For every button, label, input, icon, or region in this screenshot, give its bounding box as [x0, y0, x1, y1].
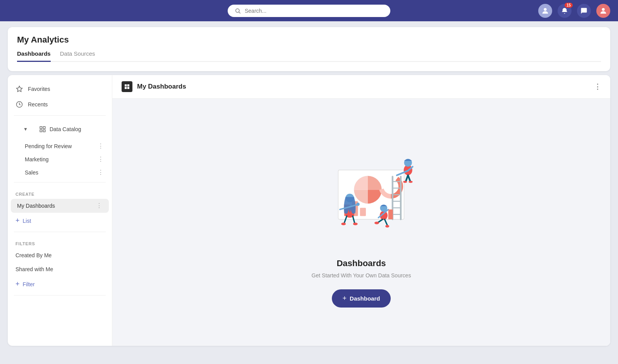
- filter-item-created-by-me[interactable]: Created By Me: [8, 248, 112, 262]
- avatar-current-user[interactable]: [596, 4, 610, 18]
- add-list-button[interactable]: + List: [8, 213, 112, 229]
- top-navigation: 15: [0, 0, 618, 21]
- svg-rect-11: [127, 87, 129, 89]
- filter-plus-icon: +: [15, 280, 20, 288]
- nav-right-actions: 15: [538, 4, 610, 18]
- content-header-title: My Dashboards: [137, 83, 186, 91]
- catalog-item-pending-label: Pending for Review: [25, 143, 72, 149]
- notification-button[interactable]: 15: [558, 4, 572, 18]
- svg-point-0: [236, 9, 239, 12]
- add-filter-label: Filter: [23, 281, 35, 287]
- catalog-item-marketing-menu[interactable]: ⋮: [98, 156, 104, 162]
- main-container: My Analytics Dashboards Data Sources Fav…: [0, 21, 618, 352]
- svg-rect-13: [127, 84, 129, 86]
- svg-point-2: [544, 8, 546, 10]
- svg-rect-8: [40, 130, 42, 132]
- main-content-area: My Dashboards ⋮: [112, 75, 610, 346]
- star-icon: [15, 85, 23, 93]
- content-row: Favorites Recents ▼: [8, 75, 610, 346]
- divider-2: [14, 182, 106, 183]
- svg-rect-6: [40, 126, 42, 128]
- content-header-left: My Dashboards: [122, 81, 186, 92]
- sidebar-item-favorites[interactable]: Favorites: [8, 81, 112, 97]
- create-btn-plus-icon: +: [343, 294, 347, 302]
- content-header-more-button[interactable]: ⋮: [594, 82, 601, 91]
- avatar-user1[interactable]: [538, 4, 552, 18]
- svg-point-49: [374, 222, 379, 224]
- svg-point-46: [341, 223, 346, 226]
- clock-icon: [15, 101, 23, 108]
- catalog-item-sales[interactable]: Sales ⋮: [8, 166, 112, 179]
- svg-rect-7: [43, 126, 45, 128]
- tab-dashboards[interactable]: Dashboards: [17, 50, 51, 62]
- svg-line-34: [408, 175, 410, 181]
- plus-icon: +: [15, 217, 20, 225]
- catalog-item-sales-label: Sales: [25, 169, 38, 176]
- dashboard-icon-box: [122, 81, 132, 92]
- svg-rect-12: [125, 84, 127, 86]
- sidebar: Favorites Recents ▼: [8, 75, 112, 346]
- my-dashboards-label: My Dashboards: [17, 203, 55, 209]
- sidebar-item-data-catalog[interactable]: ▼ Data Catalog: [8, 119, 112, 140]
- divider-3: [14, 232, 106, 232]
- my-dashboards-menu[interactable]: ⋮: [96, 203, 103, 209]
- favorites-label: Favorites: [28, 86, 50, 92]
- catalog-item-sales-menu[interactable]: ⋮: [98, 169, 104, 176]
- catalog-item-marketing-label: Marketing: [25, 156, 48, 162]
- create-dashboard-button[interactable]: + Dashboard: [332, 289, 391, 308]
- svg-point-50: [385, 225, 389, 227]
- empty-state-illustration: [295, 137, 427, 249]
- search-icon: [235, 8, 241, 14]
- svg-line-40: [385, 219, 388, 226]
- catalog-item-pending[interactable]: Pending for Review ⋮: [8, 140, 112, 153]
- tab-data-sources[interactable]: Data Sources: [60, 50, 95, 62]
- add-list-label: List: [23, 218, 31, 224]
- svg-point-47: [353, 223, 358, 226]
- sidebar-item-recents[interactable]: Recents: [8, 97, 112, 112]
- content-header: My Dashboards ⋮: [112, 75, 610, 99]
- svg-marker-4: [17, 86, 22, 92]
- search-bar[interactable]: [228, 5, 390, 17]
- svg-point-3: [602, 8, 604, 10]
- create-btn-label: Dashboard: [350, 295, 380, 302]
- recents-label: Recents: [28, 101, 48, 108]
- svg-rect-53: [388, 210, 393, 220]
- create-section-label: CREATE: [8, 186, 112, 199]
- empty-state-title: Dashboards: [336, 258, 386, 268]
- svg-rect-10: [125, 87, 127, 89]
- data-catalog-icon: [39, 125, 46, 133]
- svg-point-48: [356, 203, 360, 206]
- page-title: My Analytics: [17, 35, 601, 45]
- catalog-item-pending-menu[interactable]: ⋮: [98, 143, 104, 149]
- tabs-row: Dashboards Data Sources: [17, 50, 601, 62]
- arrow-down-icon: ▼: [15, 123, 36, 136]
- filter-item-shared-with-me[interactable]: Shared with Me: [8, 262, 112, 276]
- add-filter-button[interactable]: + Filter: [8, 276, 112, 292]
- svg-rect-20: [360, 208, 366, 216]
- filters-section-label: FILTERS: [8, 235, 112, 248]
- divider-1: [14, 115, 106, 116]
- catalog-item-marketing[interactable]: Marketing ⋮: [8, 153, 112, 166]
- shared-with-me-label: Shared with Me: [15, 266, 53, 272]
- svg-rect-9: [43, 130, 45, 132]
- svg-point-52: [409, 181, 412, 183]
- created-by-me-label: Created By Me: [15, 252, 52, 258]
- data-catalog-label: Data Catalog: [50, 126, 81, 132]
- sidebar-item-my-dashboards[interactable]: My Dashboards ⋮: [11, 199, 109, 213]
- messages-button[interactable]: [577, 4, 591, 18]
- svg-line-1: [239, 12, 240, 14]
- notification-badge: 15: [565, 3, 573, 8]
- search-input[interactable]: [245, 8, 383, 14]
- divider-4: [14, 295, 106, 296]
- page-header-card: My Analytics Dashboards Data Sources: [8, 27, 610, 71]
- empty-state-subtitle: Get Started With Your Own Data Sources: [312, 272, 411, 279]
- empty-state: Dashboards Get Started With Your Own Dat…: [112, 99, 610, 346]
- svg-point-51: [403, 181, 407, 183]
